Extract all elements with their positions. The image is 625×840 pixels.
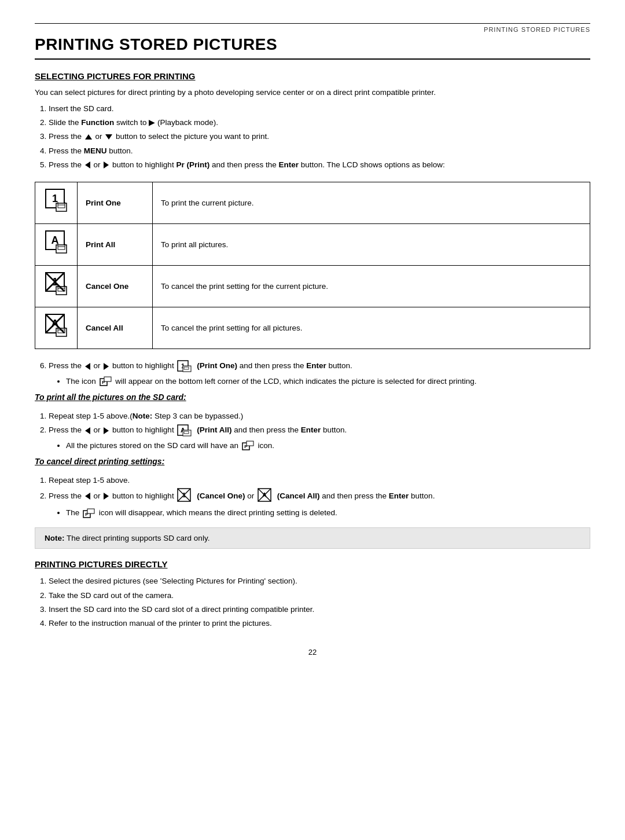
section1-title: SELECTING PICTURES FOR PRINTING — [35, 71, 590, 81]
label-cancel-all: Cancel All — [78, 307, 153, 349]
step-6-bullet: The icon P will appear on the bottom lef… — [66, 375, 590, 388]
step-5: Press the or button to highlight Pr (Pri… — [49, 159, 590, 171]
step-3: Press the or button to select the pictur… — [49, 130, 590, 143]
step-4: Press the MENU button. — [49, 145, 590, 157]
note-box: Note: The direct printing supports SD ca… — [35, 527, 590, 549]
note-text: The direct printing supports SD card onl… — [67, 534, 209, 542]
table-row-print-one: 1 Print One To print the current picture… — [35, 182, 590, 224]
cancel-one-inline-icon: 1 — [177, 488, 193, 504]
printing-step-4: Refer to the instruction manual of the p… — [49, 617, 590, 630]
subsection-print-all-steps: Repeat step 1-5 above.(Note: Step 3 can … — [49, 410, 590, 452]
cancel-bullet: The P icon will disappear, which means t… — [66, 507, 590, 519]
svg-rect-52 — [87, 509, 94, 513]
subsection-cancel-steps: Repeat step 1-5 above. Press the or butt… — [49, 474, 590, 520]
step-6: Press the or button to highlight 1 (Prin… — [49, 360, 590, 388]
print-options-table: 1 Print One To print the current picture… — [35, 182, 590, 349]
step-1: Insert the SD card. — [49, 102, 590, 115]
print-one-icon: 1 — [43, 188, 69, 214]
label-print-one: Print One — [78, 182, 153, 224]
section1-steps: Insert the SD card. Slide the Function s… — [49, 102, 590, 171]
table-row-cancel-all: A Cancel All To cancel the print setting… — [35, 307, 590, 349]
cancel-all-inline-icon: A — [258, 488, 274, 504]
icon-cell-cancel-one: 1 — [35, 266, 78, 307]
desc-cancel-one: To cancel the print setting for the curr… — [153, 266, 590, 307]
label-cancel-one: Cancel One — [78, 266, 153, 307]
desc-cancel-all: To cancel the print setting for all pict… — [153, 307, 590, 349]
page-header-label: PRINTING STORED PICTURES — [35, 23, 590, 33]
page-number: 22 — [35, 648, 590, 656]
cancel-all-icon: A — [43, 313, 69, 339]
disappear-icon: P — [83, 508, 95, 519]
table-row-print-all: A Print All To print all pictures. — [35, 224, 590, 266]
icon-cell-cancel-all: A — [35, 307, 78, 349]
lcd-icon: P — [100, 376, 112, 387]
svg-rect-41 — [247, 441, 253, 446]
icon-cell-print-all: A — [35, 224, 78, 266]
section2-steps: Select the desired pictures (see 'Select… — [49, 575, 590, 630]
desc-print-one: To print the current picture. — [153, 182, 590, 224]
cancel-step-2: Press the or button to highlight 1 (Canc… — [49, 488, 590, 519]
print-one-inline-icon: 1 — [177, 360, 193, 373]
svg-text:1: 1 — [52, 193, 58, 204]
section2-title: PRINTING PICTURES DIRECTLY — [35, 559, 590, 569]
table-row-cancel-one: 1 Cancel One To cancel the print setting… — [35, 266, 590, 307]
sd-icon: P — [242, 441, 255, 451]
printing-step-3: Insert the SD card into the SD card slot… — [49, 603, 590, 616]
section1-intro: You can select pictures for direct print… — [35, 87, 590, 99]
print-all-step-2: Press the or button to highlight A (Prin… — [49, 424, 590, 452]
printing-step-1: Select the desired pictures (see 'Select… — [49, 575, 590, 588]
cancel-one-icon: 1 — [43, 272, 69, 297]
icon-cell-print-one: 1 — [35, 182, 78, 224]
printing-step-2: Take the SD card out of the camera. — [49, 589, 590, 602]
print-all-inline-icon: A — [177, 424, 193, 437]
print-all-bullet: All the pictures stored on the SD card w… — [66, 439, 590, 452]
svg-rect-34 — [104, 377, 111, 382]
subsection-print-all-title: To print all the pictures on the SD card… — [35, 393, 590, 402]
print-all-icon: A — [43, 230, 69, 255]
page-title: PRINTING STORED PICTURES — [35, 35, 590, 60]
print-all-step-1: Repeat step 1-5 above.(Note: Step 3 can … — [49, 410, 590, 423]
step-2: Slide the Function switch to ▶ (Playback… — [49, 116, 590, 129]
cancel-step-1: Repeat step 1-5 above. — [49, 474, 590, 487]
step6-list: Press the or button to highlight 1 (Prin… — [49, 360, 590, 388]
label-print-all: Print All — [78, 224, 153, 266]
desc-print-all: To print all pictures. — [153, 224, 590, 266]
subsection-cancel-title: To cancel direct printing settings: — [35, 457, 590, 466]
